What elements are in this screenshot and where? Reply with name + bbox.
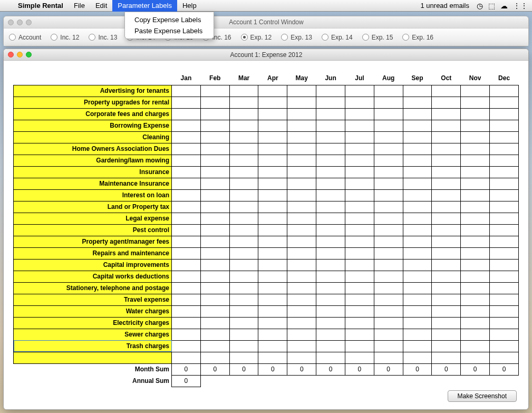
expense-value-cell[interactable]: [229, 294, 258, 305]
expense-value-cell[interactable]: [461, 178, 490, 189]
expense-value-cell[interactable]: [345, 352, 374, 363]
radio-inc-13[interactable]: Inc. 13: [89, 34, 117, 41]
expense-label-cell[interactable]: Electricity charges: [14, 317, 172, 329]
expense-value-cell[interactable]: [258, 247, 287, 259]
expense-label-cell[interactable]: Property upgrades for rental: [14, 97, 172, 108]
expense-value-cell[interactable]: [432, 236, 461, 247]
expense-value-cell[interactable]: [490, 305, 519, 317]
expense-value-cell[interactable]: [287, 120, 316, 131]
expense-value-cell[interactable]: [287, 85, 316, 97]
expense-value-cell[interactable]: [345, 155, 374, 166]
expense-value-cell[interactable]: [172, 352, 201, 363]
expense-value-cell[interactable]: [172, 259, 201, 271]
expense-label-cell[interactable]: Insurance: [14, 166, 172, 178]
expense-value-cell[interactable]: [316, 189, 345, 201]
expense-value-cell[interactable]: [461, 352, 490, 363]
expense-value-cell[interactable]: [403, 259, 432, 271]
menu-action-paste-expense-labels[interactable]: Paste Expense Labels: [125, 25, 214, 36]
close-icon[interactable]: [8, 52, 14, 57]
expense-value-cell[interactable]: [200, 282, 229, 294]
expense-value-cell[interactable]: [490, 143, 519, 155]
expense-value-cell[interactable]: [461, 108, 490, 120]
expense-value-cell[interactable]: [287, 224, 316, 236]
expense-value-cell[interactable]: [490, 189, 519, 201]
expense-value-cell[interactable]: [287, 108, 316, 120]
expense-value-cell[interactable]: [172, 131, 201, 143]
expense-value-cell[interactable]: [374, 247, 403, 259]
expense-value-cell[interactable]: [432, 329, 461, 340]
expense-value-cell[interactable]: [345, 305, 374, 317]
expense-value-cell[interactable]: [403, 247, 432, 259]
expense-value-cell[interactable]: [316, 294, 345, 305]
expense-value-cell[interactable]: [490, 120, 519, 131]
expense-value-cell[interactable]: [374, 131, 403, 143]
expense-value-cell[interactable]: [287, 259, 316, 271]
zoom-icon[interactable]: [26, 20, 32, 25]
expense-value-cell[interactable]: [316, 317, 345, 329]
expense-value-cell[interactable]: [287, 97, 316, 108]
expense-value-cell[interactable]: [345, 97, 374, 108]
expense-value-cell[interactable]: [461, 166, 490, 178]
expense-value-cell[interactable]: [461, 340, 490, 352]
expense-value-cell[interactable]: [316, 340, 345, 352]
expense-value-cell[interactable]: [316, 213, 345, 224]
expense-value-cell[interactable]: [316, 85, 345, 97]
expense-value-cell[interactable]: [316, 259, 345, 271]
expense-value-cell[interactable]: [461, 131, 490, 143]
expense-value-cell[interactable]: [403, 282, 432, 294]
expense-value-cell[interactable]: [229, 108, 258, 120]
expense-value-cell[interactable]: [287, 352, 316, 363]
expense-value-cell[interactable]: [374, 282, 403, 294]
expense-value-cell[interactable]: [345, 143, 374, 155]
radio-exp-16[interactable]: Exp. 16: [402, 34, 433, 41]
expense-value-cell[interactable]: [258, 155, 287, 166]
expense-value-cell[interactable]: [287, 294, 316, 305]
expense-value-cell[interactable]: [345, 329, 374, 340]
expense-value-cell[interactable]: [432, 143, 461, 155]
expense-value-cell[interactable]: [258, 282, 287, 294]
expense-value-cell[interactable]: [345, 317, 374, 329]
expense-value-cell[interactable]: [374, 329, 403, 340]
expense-value-cell[interactable]: [345, 259, 374, 271]
menu-action-copy-expense-labels[interactable]: Copy Expense Labels: [125, 14, 214, 25]
expense-value-cell[interactable]: [432, 120, 461, 131]
expense-value-cell[interactable]: [345, 201, 374, 213]
expense-value-cell[interactable]: [432, 247, 461, 259]
expense-value-cell[interactable]: [432, 213, 461, 224]
expense-value-cell[interactable]: [490, 108, 519, 120]
expense-label-cell[interactable]: Capital works deductions: [14, 271, 172, 282]
radio-exp-13[interactable]: Exp. 13: [281, 34, 312, 41]
expense-value-cell[interactable]: [316, 120, 345, 131]
expense-label-cell[interactable]: Property agent/manager fees: [14, 236, 172, 247]
expense-value-cell[interactable]: [374, 166, 403, 178]
expense-value-cell[interactable]: [258, 108, 287, 120]
expense-value-cell[interactable]: [229, 340, 258, 352]
expense-value-cell[interactable]: [229, 189, 258, 201]
expense-value-cell[interactable]: [345, 247, 374, 259]
expense-value-cell[interactable]: [229, 224, 258, 236]
close-icon[interactable]: [8, 20, 14, 25]
expense-value-cell[interactable]: [229, 178, 258, 189]
radio-exp-14[interactable]: Exp. 14: [322, 34, 353, 41]
expense-value-cell[interactable]: [490, 236, 519, 247]
expense-value-cell[interactable]: [316, 352, 345, 363]
expense-value-cell[interactable]: [432, 97, 461, 108]
expense-value-cell[interactable]: [258, 189, 287, 201]
expense-value-cell[interactable]: [172, 271, 201, 282]
expense-value-cell[interactable]: [287, 131, 316, 143]
expense-value-cell[interactable]: [432, 108, 461, 120]
expense-value-cell[interactable]: [403, 352, 432, 363]
expense-value-cell[interactable]: [200, 340, 229, 352]
expense-value-cell[interactable]: [258, 120, 287, 131]
wifi-icon[interactable]: ⋮⋮: [513, 2, 528, 10]
expense-value-cell[interactable]: [316, 155, 345, 166]
menu-item-help[interactable]: Help: [177, 0, 202, 12]
expense-value-cell[interactable]: [403, 97, 432, 108]
expense-value-cell[interactable]: [287, 166, 316, 178]
expense-value-cell[interactable]: [345, 108, 374, 120]
make-screenshot-button[interactable]: Make Screenshot: [448, 390, 517, 402]
expense-value-cell[interactable]: [200, 259, 229, 271]
expense-value-cell[interactable]: [229, 143, 258, 155]
expense-value-cell[interactable]: [461, 189, 490, 201]
expense-value-cell[interactable]: [172, 305, 201, 317]
